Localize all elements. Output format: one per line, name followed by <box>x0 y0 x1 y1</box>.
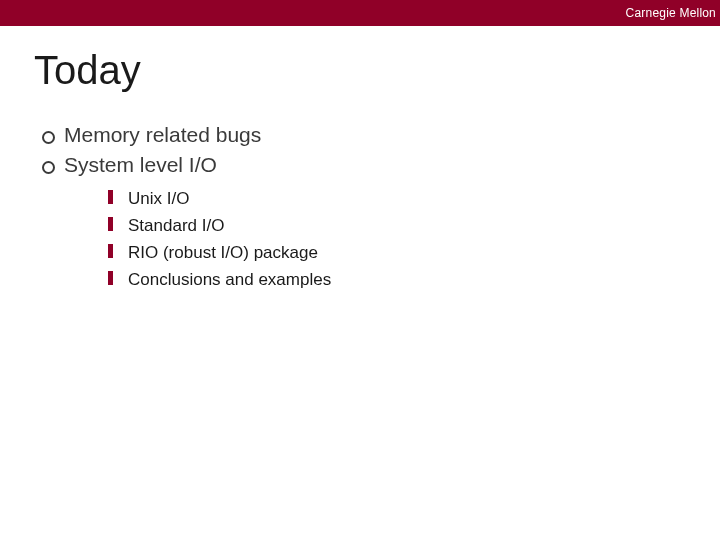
list-item-text: Memory related bugs <box>64 123 261 146</box>
sub-list-item: Standard I/O <box>108 215 686 238</box>
list-item: System level I/O Unix I/O Standard I/O R… <box>40 151 686 291</box>
slide-title: Today <box>34 48 686 93</box>
sub-list-item-text: Conclusions and examples <box>128 270 331 289</box>
sub-list-item: Conclusions and examples <box>108 269 686 292</box>
org-name: Carnegie Mellon <box>626 6 716 20</box>
slide-body: Today Memory related bugs System level I… <box>0 26 720 291</box>
header-stripe: Carnegie Mellon <box>0 0 720 26</box>
list-item: Memory related bugs <box>40 121 686 149</box>
sub-list-item: Unix I/O <box>108 188 686 211</box>
list-item-text: System level I/O <box>64 153 217 176</box>
sub-list: Unix I/O Standard I/O RIO (robust I/O) p… <box>64 188 686 292</box>
sub-list-item-text: RIO (robust I/O) package <box>128 243 318 262</box>
sub-list-item-text: Unix I/O <box>128 189 189 208</box>
top-level-list: Memory related bugs System level I/O Uni… <box>34 121 686 291</box>
sub-list-item: RIO (robust I/O) package <box>108 242 686 265</box>
sub-list-item-text: Standard I/O <box>128 216 224 235</box>
